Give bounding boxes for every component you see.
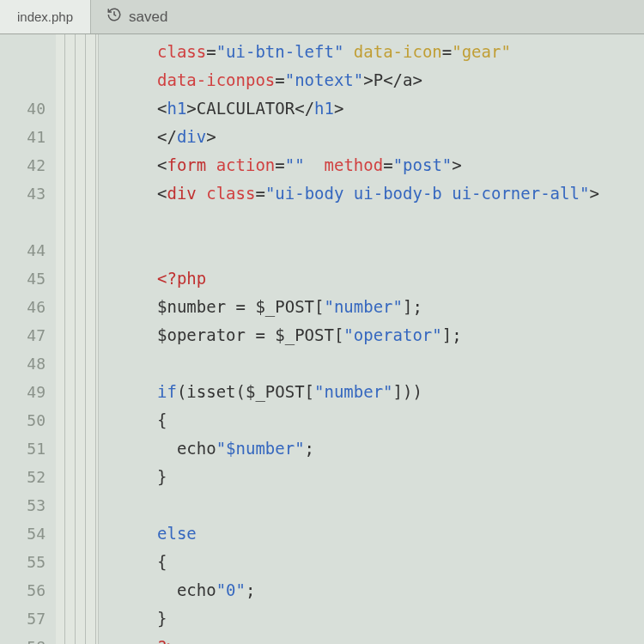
code-line[interactable]: echo"$number"; — [157, 434, 644, 463]
token: "$number" — [216, 439, 305, 458]
code-line[interactable]: else — [157, 519, 644, 548]
token: = — [442, 42, 452, 61]
line-number: 45 — [0, 264, 46, 293]
token: P — [374, 70, 383, 89]
token: echo — [157, 439, 216, 458]
line-number: 52 — [0, 463, 46, 491]
code-line[interactable]: class="ui-btn-left" data-icon="gear" — [157, 38, 644, 66]
token: > — [589, 184, 598, 203]
token: { — [157, 552, 167, 571]
code-line[interactable]: </div> — [157, 123, 644, 151]
code-line[interactable]: <form action="" method="post"> — [157, 151, 644, 179]
token: "operator" — [343, 325, 441, 344]
code-line[interactable] — [157, 236, 644, 264]
token: </ — [295, 99, 314, 118]
tab-bar: index.php saved — [0, 0, 644, 34]
line-number: 40 — [0, 94, 46, 123]
line-number: 44 — [0, 236, 46, 264]
token: data-iconpos — [157, 70, 275, 89]
code-line[interactable]: <div class="ui-body ui-body-b ui-corner-… — [157, 179, 644, 236]
token: class — [157, 42, 206, 61]
code-line[interactable]: } — [157, 463, 644, 491]
line-number: 57 — [0, 605, 46, 633]
token — [206, 155, 216, 174]
token: { — [157, 410, 167, 429]
token: > — [206, 127, 216, 146]
token: > — [413, 70, 422, 89]
code-area[interactable]: class="ui-btn-left" data-icon="gear"data… — [99, 34, 644, 644]
token: "notext" — [285, 70, 364, 89]
code-line[interactable]: $operator = $_POST["operator"]; — [157, 321, 644, 349]
token: < — [157, 155, 167, 174]
token: } — [157, 467, 167, 486]
token: div — [167, 184, 196, 203]
token: > — [186, 99, 196, 118]
line-number: 42 — [0, 151, 46, 179]
code-line[interactable]: { — [157, 406, 644, 434]
token: class — [206, 184, 255, 203]
token: = — [275, 155, 284, 174]
token: form — [167, 155, 206, 174]
line-number: 53 — [0, 491, 46, 519]
code-line[interactable]: { — [157, 548, 644, 576]
token: ]; — [403, 297, 422, 316]
token: "number" — [324, 297, 403, 316]
token: "ui-btn-left" — [216, 42, 344, 61]
token: ])) — [393, 382, 422, 401]
line-number: 51 — [0, 434, 46, 463]
token: "number" — [314, 382, 393, 401]
code-line[interactable]: <?php — [157, 264, 644, 293]
token: < — [157, 184, 167, 203]
token: = — [206, 42, 216, 61]
token: "ui-body ui-body-b ui-corner-all" — [265, 184, 590, 203]
token: if — [157, 382, 177, 401]
fold-guides — [56, 34, 99, 644]
token: = — [255, 184, 264, 203]
line-number: 54 — [0, 519, 46, 548]
token: echo — [157, 580, 216, 599]
token: div — [177, 127, 206, 146]
token: data-icon — [354, 42, 442, 61]
code-line[interactable] — [157, 491, 644, 519]
token: ]; — [442, 325, 462, 344]
code-line[interactable]: } — [157, 605, 644, 633]
code-line[interactable]: ?> — [157, 633, 644, 644]
token — [197, 184, 206, 203]
code-line[interactable]: echo"0"; — [157, 576, 644, 605]
file-tab[interactable]: index.php — [0, 0, 91, 33]
line-number: 55 — [0, 548, 46, 576]
code-line[interactable]: data-iconpos="notext">P</a> — [157, 66, 644, 94]
code-line[interactable]: if(isset($_POST["number"])) — [157, 378, 644, 406]
tab-filename: index.php — [17, 9, 73, 24]
token: = — [383, 155, 392, 174]
token: $number = $_POST[ — [157, 297, 324, 316]
code-editor[interactable]: 4041424344454647484950515253545556575859… — [0, 34, 644, 644]
token — [305, 155, 325, 174]
save-status: saved — [91, 7, 183, 27]
status-label: saved — [129, 9, 167, 26]
token: "gear" — [452, 42, 511, 61]
token: CALCULATOR — [197, 99, 295, 118]
code-line[interactable]: <h1>CALCULATOR</h1> — [157, 94, 644, 123]
token: > — [363, 70, 373, 89]
line-number: 56 — [0, 576, 46, 605]
token: "0" — [216, 580, 246, 599]
line-number: 46 — [0, 293, 46, 321]
code-line[interactable]: $number = $_POST["number"]; — [157, 293, 644, 321]
token: ?> — [157, 637, 177, 644]
code-line[interactable] — [157, 349, 644, 378]
token: <?php — [157, 269, 206, 288]
line-number — [0, 66, 46, 94]
token: < — [157, 99, 167, 118]
token: (isset($_POST[ — [177, 382, 314, 401]
line-number: 49 — [0, 378, 46, 406]
token: = — [275, 70, 284, 89]
line-number: 50 — [0, 406, 46, 434]
token: method — [325, 155, 384, 174]
token: ; — [246, 580, 255, 599]
token: "post" — [393, 155, 453, 174]
line-number: 47 — [0, 321, 46, 349]
line-number: 48 — [0, 349, 46, 378]
line-number: 43 — [0, 179, 46, 236]
token: > — [334, 99, 343, 118]
